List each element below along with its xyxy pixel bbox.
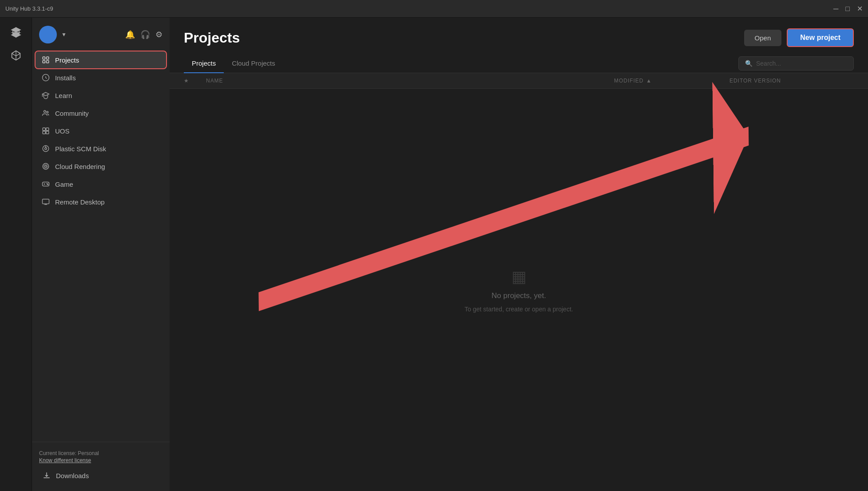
notifications-icon[interactable]: 🔔 <box>125 30 135 39</box>
svg-rect-3 <box>47 57 49 59</box>
empty-state: ▦ No projects, yet. To get started, crea… <box>170 89 868 491</box>
open-button[interactable]: Open <box>744 30 782 46</box>
sidebar-item-remote-desktop[interactable]: Remote Desktop <box>36 193 166 210</box>
headset-icon[interactable]: 🎧 <box>140 30 150 39</box>
unity-logo-icon[interactable] <box>6 22 26 43</box>
col-name-header: NAME <box>206 78 614 84</box>
community-icon <box>42 109 50 117</box>
minimize-button[interactable]: ─ <box>833 5 838 12</box>
empty-title: No projects, yet. <box>491 291 546 300</box>
projects-icon <box>42 56 50 64</box>
game-label: Game <box>55 181 73 188</box>
sidebar-bottom: Current license: Personal Know different… <box>32 442 170 491</box>
plastic-scm-label: Plastic SCM Disk <box>55 145 106 153</box>
app-title: Unity Hub 3.3.1-c9 <box>5 5 53 12</box>
svg-point-16 <box>45 165 47 168</box>
svg-point-13 <box>45 148 47 150</box>
header-actions: Open New project <box>744 28 854 47</box>
col-modified-header[interactable]: MODIFIED ▲ <box>614 78 729 84</box>
svg-point-17 <box>44 165 48 169</box>
sort-icon: ▲ <box>646 78 652 84</box>
empty-projects-icon: ▦ <box>511 267 527 286</box>
license-link[interactable]: Know different license <box>39 457 163 464</box>
sidebar-item-uos[interactable]: UOS <box>36 122 166 139</box>
sidebar: ▼ 🔔 🎧 ⚙ Projects <box>32 18 170 491</box>
sidebar-item-plastic-scm[interactable]: Plastic SCM Disk <box>36 140 166 157</box>
svg-rect-8 <box>43 128 45 130</box>
rail-icons-top <box>6 22 26 66</box>
maximize-button[interactable]: □ <box>845 5 850 12</box>
window-controls: ─ □ ✕ <box>833 5 863 12</box>
col-star-header: ★ <box>184 78 206 84</box>
sidebar-header: ▼ 🔔 🎧 ⚙ <box>32 21 170 48</box>
svg-point-1 <box>14 30 18 34</box>
sidebar-item-community[interactable]: Community <box>36 105 166 122</box>
learn-label: Learn <box>55 92 72 99</box>
tabs: Projects Cloud Projects <box>184 54 283 73</box>
learn-icon <box>42 91 50 99</box>
sidebar-item-downloads[interactable]: Downloads <box>39 467 163 484</box>
community-label: Community <box>55 110 89 117</box>
col-editor-header: EDITOR VERSION <box>729 78 854 84</box>
search-icon: 🔍 <box>745 60 753 67</box>
sidebar-item-learn[interactable]: Learn <box>36 87 166 104</box>
svg-point-7 <box>47 111 48 113</box>
svg-rect-23 <box>43 199 49 204</box>
app-body: ▼ 🔔 🎧 ⚙ Projects <box>0 18 868 491</box>
remote-desktop-label: Remote Desktop <box>55 198 105 206</box>
avatar[interactable] <box>39 26 57 43</box>
tabs-bar: Projects Cloud Projects 🔍 <box>170 54 868 73</box>
svg-rect-2 <box>43 57 45 59</box>
svg-rect-11 <box>46 131 49 134</box>
new-project-button[interactable]: New project <box>787 28 854 47</box>
svg-rect-5 <box>47 61 49 63</box>
cloud-rendering-label: Cloud Rendering <box>55 163 105 170</box>
sidebar-item-cloud-rendering[interactable]: Cloud Rendering <box>36 158 166 175</box>
installs-label: Installs <box>55 74 76 82</box>
remote-desktop-icon <box>42 198 50 206</box>
sidebar-nav: Projects Installs Learn <box>32 51 170 442</box>
search-box: 🔍 <box>738 56 854 71</box>
downloads-icon <box>43 471 51 479</box>
sidebar-item-projects[interactable]: Projects <box>36 51 166 68</box>
svg-rect-9 <box>46 128 49 130</box>
sidebar-item-installs[interactable]: Installs <box>36 69 166 86</box>
empty-subtitle: To get started, create or open a project… <box>464 306 573 313</box>
page-title: Projects <box>184 30 240 46</box>
uos-label: UOS <box>55 127 70 135</box>
license-line1: Current license: Personal <box>39 449 163 457</box>
svg-point-22 <box>48 184 48 185</box>
uos-icon <box>42 127 50 135</box>
projects-label: Projects <box>55 56 79 64</box>
svg-point-6 <box>44 110 46 113</box>
settings-icon[interactable]: ⚙ <box>155 30 163 39</box>
installs-icon <box>42 74 50 82</box>
main-content: Projects Open New project Projects Cloud… <box>170 18 868 491</box>
game-icon <box>42 180 50 188</box>
tab-projects[interactable]: Projects <box>184 54 224 73</box>
svg-rect-10 <box>43 131 45 134</box>
tab-cloud-projects[interactable]: Cloud Projects <box>224 54 283 73</box>
search-input[interactable] <box>756 60 847 67</box>
cloud-rendering-icon <box>42 162 50 170</box>
icon-rail <box>0 18 32 491</box>
title-bar: Unity Hub 3.3.1-c9 ─ □ ✕ <box>0 0 868 18</box>
avatar-chevron-icon[interactable]: ▼ <box>61 31 67 38</box>
svg-rect-4 <box>43 61 45 63</box>
downloads-label: Downloads <box>56 472 89 479</box>
main-header: Projects Open New project <box>170 18 868 47</box>
unity-icon-2[interactable] <box>6 45 26 66</box>
close-button[interactable]: ✕ <box>857 5 863 12</box>
sidebar-item-game[interactable]: Game <box>36 176 166 192</box>
plastic-scm-icon <box>42 145 50 153</box>
header-icons: 🔔 🎧 ⚙ <box>125 30 163 39</box>
table-header: ★ NAME MODIFIED ▲ EDITOR VERSION <box>170 73 868 89</box>
